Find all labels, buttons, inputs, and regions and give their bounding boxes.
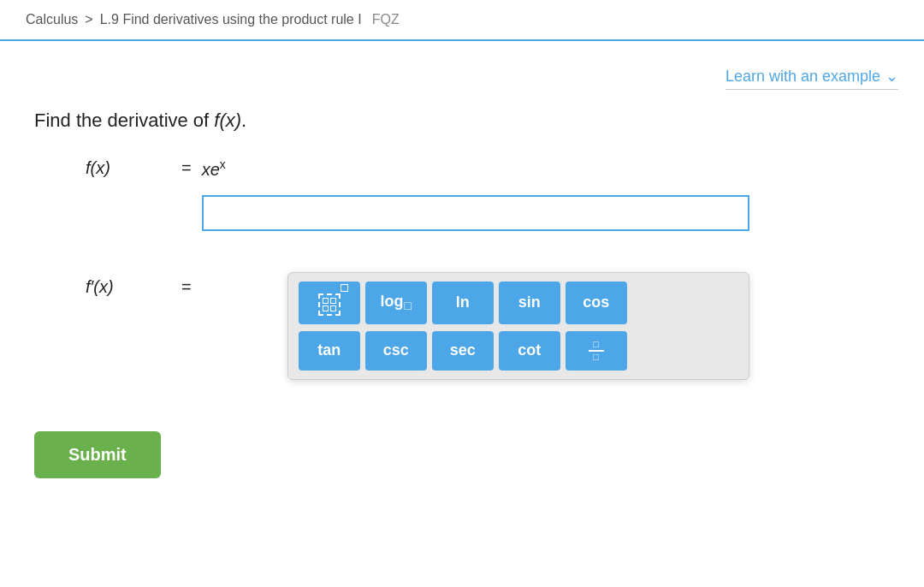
sec-label: sec	[450, 341, 476, 359]
problem-title-suffix: .	[241, 110, 246, 131]
learn-example-label: Learn with an example	[726, 68, 880, 86]
eq1-label: f(x)	[86, 158, 171, 178]
breadcrumb-chevron: >	[85, 12, 92, 27]
eq1-equals: =	[181, 158, 192, 178]
matrix-superscript-icon	[341, 284, 348, 292]
eq1-value: xex	[202, 157, 226, 180]
main-content: Learn with an example ⌄ Find the derivat…	[0, 41, 924, 587]
cot-label: cot	[518, 341, 541, 359]
keyboard-row-2: tan csc sec cot	[299, 331, 738, 371]
equation-row-1: f(x) = xex	[86, 157, 890, 180]
matrix-cell-4	[330, 305, 336, 311]
problem-title-prefix: Find the derivative of	[34, 110, 214, 131]
equation-row-2: f′(x) =	[86, 195, 890, 380]
keyboard-row-1: log□ ln sin cos	[299, 282, 738, 324]
fraction-numerator-icon: □	[593, 340, 599, 349]
fraction-icon: □ □	[589, 340, 604, 362]
matrix-cell-2	[330, 298, 336, 304]
matrix-button[interactable]	[299, 282, 360, 324]
chevron-down-icon: ⌄	[886, 67, 898, 86]
math-keyboard: log□ ln sin cos	[287, 272, 749, 380]
matrix-icon	[318, 290, 341, 316]
submit-button[interactable]: Submit	[34, 431, 161, 478]
sin-label: sin	[518, 294, 541, 311]
breadcrumb-fqz: FQZ	[372, 12, 400, 27]
derivative-input[interactable]	[202, 195, 749, 231]
csc-label: csc	[383, 341, 409, 359]
cos-label: cos	[583, 294, 609, 311]
fraction-denominator-icon: □	[593, 353, 599, 362]
matrix-cell-1	[323, 298, 329, 304]
matrix-grid-icon	[318, 294, 341, 316]
problem-title: Find the derivative of f(x).	[34, 110, 890, 132]
learn-example-underline	[726, 89, 898, 90]
learn-example-link[interactable]: Learn with an example ⌄	[726, 67, 898, 86]
log-button[interactable]: log□	[365, 282, 427, 324]
tan-label: tan	[317, 341, 341, 359]
ln-label: ln	[456, 294, 470, 311]
log-label: log□	[380, 293, 411, 313]
log-subscript-icon: □	[404, 299, 411, 312]
sec-button[interactable]: sec	[432, 331, 494, 371]
eq2-equals: =	[181, 277, 192, 297]
ln-button[interactable]: ln	[432, 282, 494, 324]
breadcrumb-lesson[interactable]: L.9 Find derivatives using the product r…	[100, 12, 362, 27]
cos-button[interactable]: cos	[566, 282, 627, 324]
sin-button[interactable]: sin	[499, 282, 560, 324]
csc-button[interactable]: csc	[365, 331, 427, 371]
equations-block: f(x) = xex f′(x) =	[86, 157, 890, 380]
cot-button[interactable]: cot	[499, 331, 560, 371]
tan-button[interactable]: tan	[299, 331, 360, 371]
matrix-cell-3	[323, 305, 329, 311]
top-bar: Calculus > L.9 Find derivatives using th…	[0, 0, 924, 41]
problem-title-func: f(x)	[214, 110, 241, 131]
breadcrumb-calculus[interactable]: Calculus	[26, 12, 78, 27]
fraction-button[interactable]: □ □	[566, 331, 627, 371]
eq2-label: f′(x)	[86, 277, 171, 297]
input-and-keyboard: log□ ln sin cos	[202, 195, 749, 380]
learn-example-container: Learn with an example ⌄	[726, 67, 898, 90]
